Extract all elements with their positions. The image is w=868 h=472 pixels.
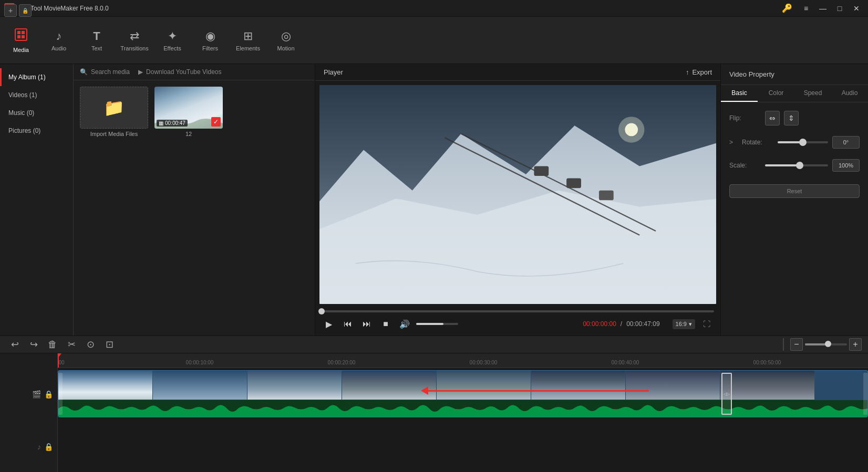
time-total: 00:00:47:09 bbox=[626, 320, 659, 328]
toolbar-media[interactable]: Media bbox=[2, 19, 40, 61]
sidebar-item-pictures[interactable]: Pictures (0) bbox=[0, 122, 73, 140]
zoom-slider[interactable] bbox=[805, 343, 847, 345]
clip-thumb-1 bbox=[58, 371, 153, 400]
key-icon[interactable]: 🔑 bbox=[782, 3, 792, 13]
add-track-button[interactable]: + bbox=[4, 4, 17, 17]
clip-thumb[interactable]: ▦ 00:00:47 ✓ bbox=[154, 87, 223, 129]
trim-handle-right[interactable] bbox=[863, 373, 867, 415]
crop-button[interactable]: ⊡ bbox=[101, 336, 118, 353]
video-track-lock[interactable]: 🔒 bbox=[44, 390, 53, 398]
audio-track-icon[interactable]: ♪ bbox=[37, 443, 41, 451]
download-youtube-btn[interactable]: ▶ Download YouTube Videos bbox=[138, 68, 221, 76]
export-button[interactable]: ↑ Export bbox=[686, 68, 712, 76]
properties-header: Video Property bbox=[721, 64, 868, 85]
rotate-arrow[interactable]: > bbox=[729, 139, 738, 146]
clip-thumb-8 bbox=[720, 371, 815, 400]
toolbar-audio[interactable]: ♪ Audio bbox=[40, 19, 78, 61]
import-label: Import Media Files bbox=[80, 131, 148, 137]
scale-row: Scale: 100% bbox=[729, 159, 860, 172]
progress-bar[interactable] bbox=[322, 310, 714, 312]
clip-check-badge: ✓ bbox=[211, 117, 221, 127]
props-tab-color[interactable]: Color bbox=[758, 85, 794, 102]
clip-duration-badge: ▦ 00:00:47 bbox=[157, 120, 188, 127]
delete-button[interactable]: 🗑 bbox=[44, 336, 61, 353]
ratio-value: 16:9 bbox=[676, 321, 687, 327]
toolbar-filters[interactable]: ◉ Filters bbox=[191, 19, 229, 61]
scale-value: 100% bbox=[832, 159, 860, 172]
props-tab-speed[interactable]: Speed bbox=[794, 85, 831, 102]
zoom-out-button[interactable]: − bbox=[790, 338, 803, 351]
video-track-icon[interactable]: 🎬 bbox=[32, 390, 41, 398]
play-button[interactable]: ▶ bbox=[322, 317, 336, 331]
clip-thumbnails bbox=[58, 371, 867, 400]
clip-waveform bbox=[58, 400, 867, 417]
volume-bar[interactable] bbox=[416, 323, 458, 325]
props-tab-basic[interactable]: Basic bbox=[721, 85, 758, 102]
video-clip[interactable]: ▦ 12 bbox=[58, 370, 868, 417]
toolbar-motion[interactable]: ◎ Motion bbox=[267, 19, 305, 61]
trim-handle-left[interactable] bbox=[58, 373, 63, 415]
timeline: ↩ ↪ 🗑 ✂ ⊙ ⊡ − + + 🔒 🎬 🔒 bbox=[0, 335, 868, 472]
export-label: Export bbox=[692, 68, 712, 76]
close-btn[interactable]: ✕ bbox=[849, 3, 864, 14]
rotate-slider[interactable] bbox=[778, 141, 828, 143]
audio-track-header: ♪ 🔒 bbox=[0, 421, 57, 472]
cut-button[interactable]: ✂ bbox=[63, 336, 80, 353]
prev-frame-button[interactable]: ⏮ bbox=[340, 317, 355, 331]
flip-row: Flip: ⇔ ⇕ bbox=[729, 111, 860, 125]
video-preview bbox=[319, 85, 716, 304]
ratio-chevron: ▾ bbox=[689, 321, 692, 328]
zoom-in-button[interactable]: + bbox=[849, 338, 862, 351]
time-separator: / bbox=[621, 320, 622, 328]
timeline-ruler[interactable]: 00:00 00:00:10:00 00:00:20:00 00:00:30:0… bbox=[58, 353, 868, 368]
redo-button[interactable]: ↪ bbox=[25, 336, 42, 353]
toolbar-effects[interactable]: ✦ Effects bbox=[153, 19, 191, 61]
aspect-ratio-select[interactable]: 16:9 ▾ bbox=[673, 319, 695, 329]
svg-rect-6 bbox=[22, 35, 25, 38]
undo-button[interactable]: ↩ bbox=[6, 336, 23, 353]
player-header: Player ↑ Export bbox=[315, 64, 720, 81]
playhead[interactable] bbox=[58, 353, 59, 368]
search-media-btn[interactable]: 🔍 Search media bbox=[80, 68, 130, 76]
clip-label: 12 bbox=[154, 131, 223, 137]
maximize-btn[interactable]: □ bbox=[832, 3, 847, 14]
controls-row: ▶ ⏮ ⏭ ■ 🔊 00:00:00:00 / 00:00:47:09 16:9… bbox=[322, 317, 714, 331]
main-toolbar: Media ♪ Audio T Text ⇄ Transitions ✦ Eff… bbox=[0, 17, 868, 64]
window-controls: ≡ — □ ✕ bbox=[799, 3, 864, 14]
video-track-header: 🎬 🔒 bbox=[0, 368, 57, 421]
scale-slider[interactable] bbox=[765, 164, 828, 166]
clip-thumb-3 bbox=[247, 371, 342, 400]
import-media-item[interactable]: 📁 Import Media Files bbox=[80, 87, 148, 137]
menu-btn[interactable]: ≡ bbox=[799, 3, 813, 14]
import-folder-icon: 📁 bbox=[104, 98, 125, 118]
player-label: Player bbox=[324, 68, 343, 76]
text-icon: T bbox=[93, 29, 100, 43]
toolbar-elements[interactable]: ⊞ Elements bbox=[229, 19, 267, 61]
toolbar-text[interactable]: T Text bbox=[78, 19, 116, 61]
fullscreen-button[interactable]: ⛶ bbox=[699, 317, 714, 331]
import-thumb[interactable]: 📁 bbox=[80, 87, 148, 129]
media-toolbar: 🔍 Search media ▶ Download YouTube Videos bbox=[74, 64, 315, 80]
next-frame-button[interactable]: ⏭ bbox=[359, 317, 374, 331]
toolbar-transitions[interactable]: ⇄ Transitions bbox=[116, 19, 153, 61]
lock-all-button[interactable]: 🔒 bbox=[19, 4, 32, 17]
flip-horizontal-button[interactable]: ⇔ bbox=[765, 111, 780, 125]
sidebar-item-myalbum[interactable]: My Album (1) bbox=[0, 68, 73, 86]
detach-audio-button[interactable]: ⊙ bbox=[82, 336, 99, 353]
media-clip-12[interactable]: ▦ 00:00:47 ✓ 12 bbox=[154, 87, 223, 137]
time-current: 00:00:00:00 bbox=[583, 320, 616, 328]
sidebar-item-videos[interactable]: Videos (1) bbox=[0, 86, 73, 104]
props-tab-audio[interactable]: Audio bbox=[831, 85, 868, 102]
clip-thumb-5 bbox=[437, 371, 531, 400]
trim-cursor[interactable] bbox=[721, 373, 732, 415]
timeline-content: 00:00 00:00:10:00 00:00:20:00 00:00:30:0… bbox=[58, 353, 868, 472]
reset-button[interactable]: Reset bbox=[729, 184, 860, 198]
rotate-label: Rotate: bbox=[742, 139, 773, 146]
stop-button[interactable]: ■ bbox=[378, 317, 393, 331]
minimize-btn[interactable]: — bbox=[815, 3, 830, 14]
audio-track-lock[interactable]: 🔒 bbox=[44, 443, 53, 451]
flip-vertical-button[interactable]: ⇕ bbox=[784, 111, 799, 125]
media-grid: 📁 Import Media Files ▦ 00: bbox=[74, 80, 315, 143]
sidebar-item-music[interactable]: Music (0) bbox=[0, 104, 73, 122]
volume-button[interactable]: 🔊 bbox=[397, 317, 412, 331]
